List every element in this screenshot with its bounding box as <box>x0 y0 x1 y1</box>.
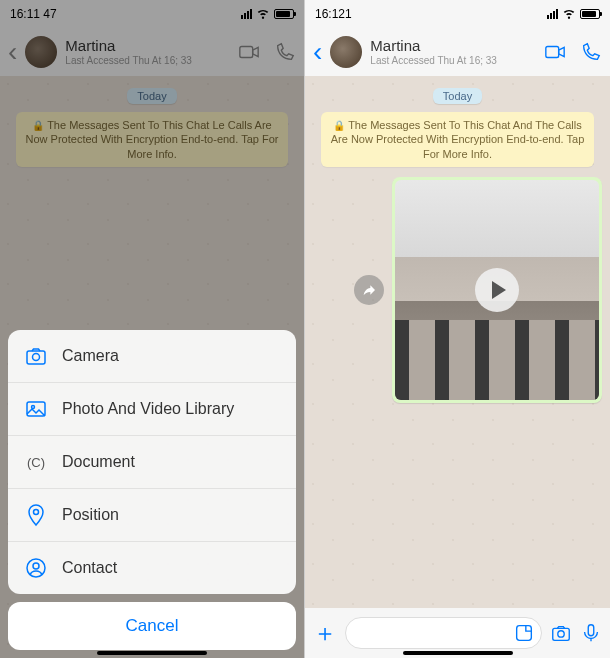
video-message-bubble[interactable]: 16:12 ✓ <box>392 177 602 403</box>
sheet-document[interactable]: (C) Document <box>8 436 296 489</box>
lock-icon: 🔒 <box>32 120 44 131</box>
wifi-icon <box>256 6 270 23</box>
encryption-notice[interactable]: 🔒 The Messages Sent To This Chat And The… <box>321 112 594 167</box>
chat-header: ‹ Martina Last Accessed Thu At 16; 33 <box>305 28 610 76</box>
message-input[interactable] <box>345 617 542 649</box>
status-bar: 16:121 <box>305 0 610 28</box>
lock-icon: 🔒 <box>333 120 345 131</box>
video-thumbnail[interactable]: 16:12 ✓ <box>395 180 599 400</box>
svg-point-7 <box>33 563 39 569</box>
sheet-contact-label: Contact <box>62 559 117 577</box>
phone-left: 16:11 47 ‹ Martina Last Accessed Thu At … <box>0 0 305 658</box>
last-seen: Last Accessed Thu At 16; 33 <box>370 55 536 66</box>
sheet-options: Camera Photo And Video Library (C) Docum… <box>8 330 296 594</box>
document-icon: (C) <box>24 450 48 474</box>
status-bar: 16:11 47 <box>0 0 304 28</box>
svg-rect-12 <box>588 625 594 636</box>
location-icon <box>24 503 48 527</box>
svg-point-2 <box>33 354 40 361</box>
svg-rect-8 <box>546 47 559 58</box>
phone-right: 16:121 ‹ Martina Last Accessed Thu At 16… <box>305 0 610 658</box>
video-call-icon[interactable] <box>544 41 566 63</box>
chat-header: ‹ Martina Last Accessed Thu At 16; 33 <box>0 28 304 76</box>
header-title-block[interactable]: Martina Last Accessed Thu At 16; 33 <box>65 38 230 66</box>
last-seen: Last Accessed Thu At 16; 33 <box>65 55 230 66</box>
signal-icon <box>241 9 252 19</box>
camera-button[interactable] <box>550 622 572 644</box>
attach-button[interactable]: ＋ <box>313 617 337 649</box>
header-title-block[interactable]: Martina Last Accessed Thu At 16; 33 <box>370 38 536 66</box>
sheet-position-label: Position <box>62 506 119 524</box>
camera-icon <box>24 344 48 368</box>
avatar[interactable] <box>25 36 57 68</box>
svg-rect-0 <box>240 47 253 58</box>
chat-body[interactable]: Today 🔒 The Messages Sent To This Chat A… <box>305 76 610 608</box>
home-indicator[interactable] <box>403 651 513 655</box>
battery-icon <box>274 9 294 19</box>
wifi-icon <box>562 6 576 23</box>
sheet-photo-label: Photo And Video Library <box>62 400 234 418</box>
back-button[interactable]: ‹ <box>313 38 322 66</box>
sheet-photo-library[interactable]: Photo And Video Library <box>8 383 296 436</box>
svg-point-11 <box>558 631 564 637</box>
svg-rect-9 <box>517 626 532 641</box>
svg-point-5 <box>34 510 39 515</box>
sheet-position[interactable]: Position <box>8 489 296 542</box>
sheet-cancel-button[interactable]: Cancel <box>8 602 296 650</box>
signal-icon <box>547 9 558 19</box>
sheet-document-label: Document <box>62 453 135 471</box>
forward-icon[interactable] <box>354 275 384 305</box>
contact-name: Martina <box>65 38 230 55</box>
sheet-contact[interactable]: Contact <box>8 542 296 594</box>
contact-icon <box>24 556 48 580</box>
video-call-icon[interactable] <box>238 41 260 63</box>
photo-library-icon <box>24 397 48 421</box>
back-button[interactable]: ‹ <box>8 38 17 66</box>
status-time: 16:11 47 <box>10 7 57 21</box>
voice-call-icon[interactable] <box>274 41 296 63</box>
encryption-notice[interactable]: 🔒 The Messages Sent To This Chat Le Call… <box>16 112 288 167</box>
battery-icon <box>580 9 600 19</box>
status-time: 16:121 <box>315 7 352 21</box>
voice-call-icon[interactable] <box>580 41 602 63</box>
home-indicator[interactable] <box>97 651 207 655</box>
avatar[interactable] <box>330 36 362 68</box>
sheet-camera-label: Camera <box>62 347 119 365</box>
video-timestamp: 16:12 ✓ <box>558 385 593 396</box>
contact-name: Martina <box>370 38 536 55</box>
day-label: Today <box>127 88 176 104</box>
play-icon[interactable] <box>475 268 519 312</box>
delivered-ticks-icon: ✓ <box>585 385 593 396</box>
day-label: Today <box>433 88 482 104</box>
sticker-icon[interactable] <box>513 622 535 644</box>
status-indicators <box>547 6 600 23</box>
status-indicators <box>241 6 294 23</box>
sheet-camera[interactable]: Camera <box>8 330 296 383</box>
attachment-action-sheet: Camera Photo And Video Library (C) Docum… <box>8 330 296 650</box>
mic-button[interactable] <box>580 622 602 644</box>
